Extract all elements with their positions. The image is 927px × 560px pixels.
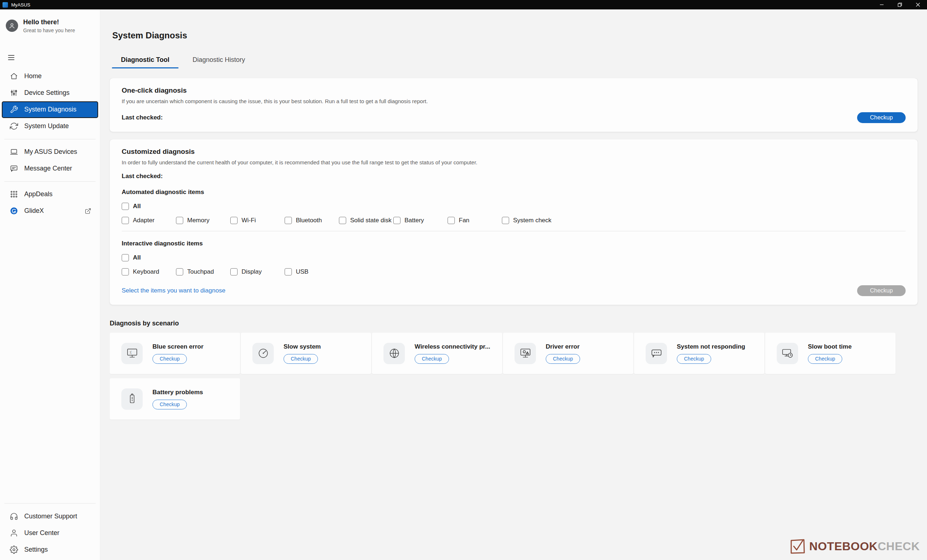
restore-icon xyxy=(898,3,902,7)
titlebar: MyASUS xyxy=(0,0,927,9)
checkbox-touchpad[interactable]: Touchpad xyxy=(176,268,230,275)
sidebar-item-system-update[interactable]: System Update xyxy=(0,118,100,135)
sidebar-item-home[interactable]: Home xyxy=(0,68,100,85)
checkbox-label: Adapter xyxy=(133,217,155,224)
checkbox-label: Fan xyxy=(459,217,469,224)
checkbox-icon[interactable] xyxy=(339,217,346,224)
window-controls xyxy=(873,0,927,9)
not-responding-icon xyxy=(650,347,663,360)
headset-icon xyxy=(10,512,18,521)
scenario-checkup-button[interactable]: Checkup xyxy=(677,354,711,364)
one-click-last-checked: Last checked: xyxy=(122,114,163,121)
checkbox-battery[interactable]: Battery xyxy=(393,217,448,224)
checkbox-label: Touchpad xyxy=(187,268,214,275)
checkbox-usb[interactable]: USB xyxy=(285,268,308,275)
window-title: MyASUS xyxy=(11,2,30,8)
scenario-checkup-button[interactable]: Checkup xyxy=(152,400,187,410)
select-items-link[interactable]: Select the items you want to diagnose xyxy=(122,287,225,294)
scenario-checkup-button[interactable]: Checkup xyxy=(546,354,580,364)
sidebar-item-label: My ASUS Devices xyxy=(24,148,77,156)
checkbox-system-check[interactable]: System check xyxy=(502,217,552,224)
checkbox-memory[interactable]: Memory xyxy=(176,217,230,224)
driver-error-icon xyxy=(519,347,532,360)
checkbox-icon[interactable] xyxy=(448,217,455,224)
sidebar-item-message-center[interactable]: Message Center xyxy=(0,160,100,177)
sidebar-item-settings[interactable]: Settings xyxy=(0,541,100,558)
avatar[interactable] xyxy=(6,20,18,32)
greeting-title: Hello there! xyxy=(23,18,75,26)
sidebar-divider xyxy=(5,181,96,182)
customized-description: In order to fully understand the current… xyxy=(122,159,906,165)
gear-icon xyxy=(10,545,18,554)
scenario-checkup-button[interactable]: Checkup xyxy=(415,354,449,364)
checkbox-bluetooth[interactable]: Bluetooth xyxy=(285,217,339,224)
minimize-button[interactable] xyxy=(873,0,891,9)
sidebar-item-system-diagnosis[interactable]: System Diagnosis xyxy=(2,102,98,118)
myasus-app-icon xyxy=(3,2,8,8)
scenario-title: Slow system xyxy=(284,343,321,351)
scenario-checkup-button[interactable]: Checkup xyxy=(152,354,187,364)
external-link-icon[interactable] xyxy=(85,208,91,214)
checkbox-icon[interactable] xyxy=(122,217,129,224)
checkbox-label: System check xyxy=(513,217,552,224)
sidebar-item-label: System Update xyxy=(24,122,69,130)
checkbox-all-interactive[interactable]: All xyxy=(122,254,141,261)
tab-diagnostic-history[interactable]: Diagnostic History xyxy=(184,53,254,68)
checkbox-keyboard[interactable]: Keyboard xyxy=(122,268,176,275)
watermark-text: NOTEBOOKCHECK xyxy=(809,540,920,553)
sidebar-item-label: GlideX xyxy=(24,207,44,215)
checkbox-icon[interactable] xyxy=(122,254,129,261)
one-click-title: One-click diagnosis xyxy=(122,87,906,94)
sidebar-item-label: Settings xyxy=(24,546,48,554)
sidebar-item-appdeals[interactable]: AppDeals xyxy=(0,186,100,203)
sidebar-item-device-settings[interactable]: Device Settings xyxy=(0,85,100,102)
scenario-title: Wireless connectivity pr... xyxy=(415,343,490,351)
sidebar-item-glidex[interactable]: GlideX xyxy=(0,203,100,219)
sidebar-item-label: System Diagnosis xyxy=(24,106,76,113)
tab-bar: Diagnostic Tool Diagnostic History xyxy=(112,53,918,68)
sidebar-item-label: Home xyxy=(24,73,42,80)
one-click-description: If you are uncertain which component is … xyxy=(122,98,906,104)
restore-button[interactable] xyxy=(891,0,909,9)
scenario-title: Blue screen error xyxy=(152,343,204,351)
checkbox-icon[interactable] xyxy=(122,203,129,210)
icon-tile xyxy=(252,343,274,364)
checkbox-fan[interactable]: Fan xyxy=(448,217,502,224)
checkbox-icon[interactable] xyxy=(393,217,401,224)
sidebar-nav: Home Device Settings System Diagnosis Sy… xyxy=(0,68,100,219)
checkbox-icon[interactable] xyxy=(230,268,237,275)
minimize-icon xyxy=(880,3,884,7)
sidebar-item-customer-support[interactable]: Customer Support xyxy=(0,508,100,525)
checkbox-all-automated[interactable]: All xyxy=(122,203,141,210)
sidebar-item-label: Device Settings xyxy=(24,89,70,97)
tab-diagnostic-tool[interactable]: Diagnostic Tool xyxy=(112,53,179,68)
scenario-checkup-button[interactable]: Checkup xyxy=(808,354,842,364)
scenario-checkup-button[interactable]: Checkup xyxy=(284,354,318,364)
checkbox-icon[interactable] xyxy=(285,268,292,275)
checkbox-icon[interactable] xyxy=(285,217,292,224)
sliders-icon xyxy=(10,89,18,97)
scenario-card-slow-system: Slow system Checkup xyxy=(241,333,371,374)
user-greeting: Hello there! Great to have you here xyxy=(6,18,94,33)
customized-diagnosis-card: Customized diagnosis In order to fully u… xyxy=(110,140,918,305)
one-click-checkup-button[interactable]: Checkup xyxy=(857,112,906,123)
checkbox-icon[interactable] xyxy=(502,217,509,224)
checkbox-label: Display xyxy=(242,268,262,275)
checkbox-adapter[interactable]: Adapter xyxy=(122,217,176,224)
checkbox-icon[interactable] xyxy=(122,268,129,275)
sidebar-item-my-asus-devices[interactable]: My ASUS Devices xyxy=(0,144,100,160)
checkbox-icon[interactable] xyxy=(176,268,183,275)
checkbox-label: Memory xyxy=(187,217,209,224)
checkbox-wifi[interactable]: Wi-Fi xyxy=(230,217,285,224)
checkbox-display[interactable]: Display xyxy=(230,268,285,275)
sidebar-bottom-nav: Customer Support User Center Settings xyxy=(0,499,100,558)
checkbox-icon[interactable] xyxy=(230,217,237,224)
customized-checkup-button[interactable]: Checkup xyxy=(857,285,906,296)
sidebar-item-user-center[interactable]: User Center xyxy=(0,525,100,541)
menu-toggle-button[interactable] xyxy=(7,52,18,63)
checkbox-icon[interactable] xyxy=(176,217,183,224)
checkbox-solid-state-disk[interactable]: Solid state disk xyxy=(339,217,393,224)
automated-items-heading: Automated diagnostic items xyxy=(122,188,906,196)
close-button[interactable] xyxy=(909,0,927,9)
scenario-heading: Diagnosis by scenario xyxy=(110,320,918,327)
